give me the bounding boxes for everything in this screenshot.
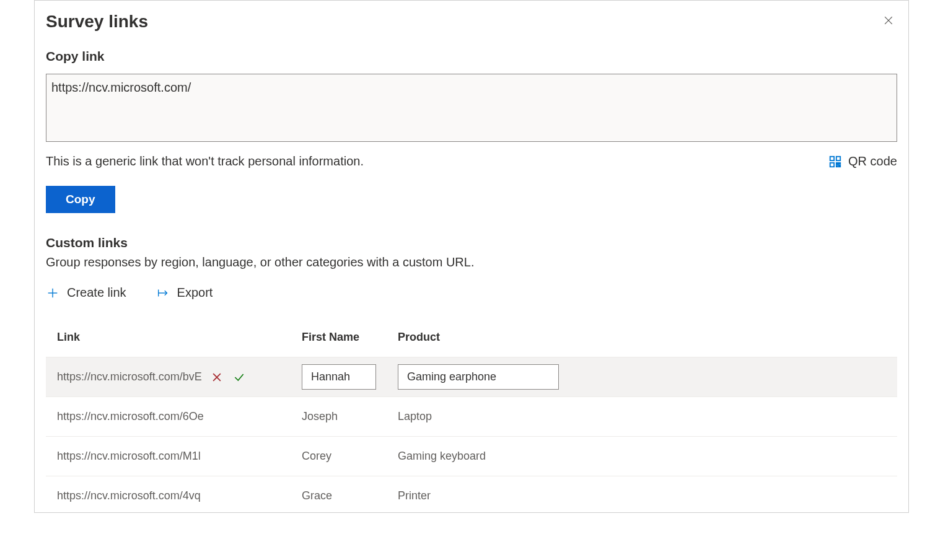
create-link-label: Create link <box>67 286 126 300</box>
row-link-url: https://ncv.microsoft.com/4vq <box>57 489 201 502</box>
table-row[interactable]: https://ncv.microsoft.com/M1lCoreyGaming… <box>46 436 897 476</box>
row-first-name: Grace <box>302 489 398 502</box>
custom-links-heading: Custom links <box>46 235 897 250</box>
x-icon <box>211 371 223 383</box>
row-first-name: Corey <box>302 450 398 463</box>
table-header-row: Link First Name Product <box>46 317 897 357</box>
table-row[interactable]: https://ncv.microsoft.com/bvE <box>46 357 897 396</box>
svg-rect-2 <box>830 156 834 160</box>
row-link-url: https://ncv.microsoft.com/6Oe <box>57 410 204 423</box>
svg-rect-7 <box>839 162 841 164</box>
svg-rect-4 <box>830 162 834 166</box>
first-name-input[interactable] <box>302 364 376 390</box>
custom-links-description: Group responses by region, language, or … <box>46 255 897 269</box>
custom-links-table: Link First Name Product https://ncv.micr… <box>46 317 897 515</box>
svg-rect-5 <box>836 162 838 164</box>
copy-link-heading: Copy link <box>46 49 897 64</box>
export-icon <box>156 286 170 300</box>
survey-links-dialog: Survey links Copy link This is a generic… <box>34 0 909 513</box>
cancel-edit-button[interactable] <box>209 370 224 385</box>
row-link-url: https://ncv.microsoft.com/M1l <box>57 450 201 463</box>
qr-code-label: QR code <box>848 154 897 168</box>
check-icon <box>233 371 245 383</box>
close-button[interactable] <box>880 12 897 31</box>
table-row[interactable]: https://ncv.microsoft.com/4vqGracePrinte… <box>46 476 897 515</box>
row-product: Printer <box>398 489 886 502</box>
row-product: Gaming keyboard <box>398 450 886 463</box>
product-input[interactable] <box>398 364 559 390</box>
col-first-name: First Name <box>302 331 398 344</box>
close-icon <box>882 14 895 27</box>
qr-code-icon <box>828 155 842 168</box>
dialog-title: Survey links <box>46 12 148 32</box>
col-link: Link <box>57 331 302 344</box>
table-row[interactable]: https://ncv.microsoft.com/6OeJosephLapto… <box>46 396 897 436</box>
export-button[interactable]: Export <box>156 286 213 300</box>
qr-code-button[interactable]: QR code <box>828 154 897 168</box>
row-link-url: https://ncv.microsoft.com/bvE <box>57 370 202 383</box>
confirm-edit-button[interactable] <box>232 370 247 385</box>
link-info-text: This is a generic link that won't track … <box>46 154 364 168</box>
svg-rect-6 <box>839 165 841 167</box>
row-first-name: Joseph <box>302 410 398 423</box>
export-label: Export <box>177 286 213 300</box>
svg-rect-3 <box>836 156 840 160</box>
link-textarea[interactable] <box>46 74 897 142</box>
plus-icon <box>46 286 59 300</box>
col-product: Product <box>398 331 886 344</box>
copy-button[interactable]: Copy <box>46 186 115 213</box>
svg-rect-8 <box>836 165 838 167</box>
create-link-button[interactable]: Create link <box>46 286 126 300</box>
row-product: Laptop <box>398 410 886 423</box>
